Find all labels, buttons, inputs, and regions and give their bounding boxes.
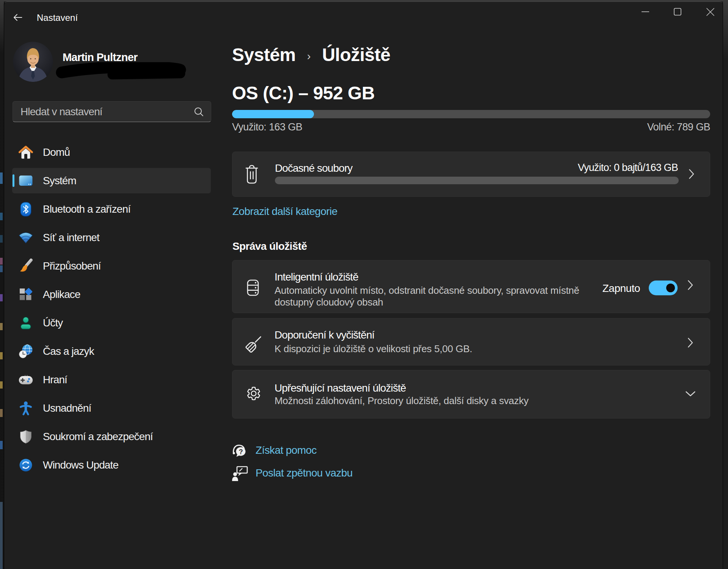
minimize-button[interactable]	[633, 3, 657, 20]
network-icon	[18, 229, 33, 246]
sidebar-item-label: Soukromí a zabezpečení	[43, 431, 153, 443]
sidebar-item-label: Bluetooth a zařízení	[43, 203, 130, 215]
redacted-email-scribble	[55, 62, 187, 81]
sidebar-item-accessibility[interactable]: Usnadnění	[12, 395, 211, 421]
temp-files-card[interactable]: Dočasné soubory Využito: 0 bajtů/163 GB	[232, 152, 710, 197]
desktop-sliver	[0, 294, 3, 301]
time-language-icon	[18, 343, 33, 360]
svg-text:?: ?	[239, 448, 243, 456]
sidebar-nav: DomůSystémBluetooth a zařízeníSíť a inte…	[12, 140, 211, 481]
sidebar-item-accounts[interactable]: Účty	[12, 310, 211, 335]
sidebar-item-home[interactable]: Domů	[12, 140, 211, 165]
sidebar-item-label: Systém	[43, 175, 76, 187]
get-help-label: Získat pomoc	[256, 444, 317, 456]
app-title: Nastavení	[37, 13, 78, 23]
sidebar-item-system[interactable]: Systém	[12, 168, 211, 193]
desktop-sliver	[0, 265, 3, 272]
breadcrumb-parent[interactable]: Systém	[232, 44, 296, 66]
sidebar-item-label: Aplikace	[43, 288, 80, 301]
advanced-storage-card[interactable]: Upřesňující nastavení úložiště Možnosti …	[232, 370, 710, 419]
apps-icon	[18, 286, 33, 303]
search-placeholder: Hledat v nastavení	[20, 106, 193, 118]
sidebar-item-apps[interactable]: Aplikace	[12, 282, 211, 307]
close-button[interactable]	[698, 3, 722, 20]
search-icon	[193, 107, 204, 117]
drive-free-label: Volné: 789 GB	[647, 121, 710, 133]
maximize-icon	[673, 8, 682, 16]
desktop-sliver	[0, 235, 3, 243]
system-icon	[18, 172, 33, 189]
send-feedback-link[interactable]: Poslat zpětnou vazbu	[232, 465, 353, 481]
send-feedback-icon	[232, 465, 248, 481]
toggle-state-label: Zapnuto	[602, 282, 640, 295]
sidebar-item-label: Účty	[43, 317, 63, 329]
settings-window: Nastavení	[4, 2, 723, 569]
chevron-right-icon	[687, 280, 693, 290]
desktop-sliver	[0, 323, 3, 330]
sidebar-item-label: Usnadnění	[43, 402, 91, 414]
desktop-sliver	[0, 441, 3, 449]
accounts-icon	[18, 315, 33, 331]
get-help-link[interactable]: ? Získat pomoc	[232, 443, 317, 458]
bluetooth-icon	[18, 201, 33, 218]
temp-files-bar	[275, 177, 679, 184]
desktop-backdrop-right	[723, 0, 728, 61]
sidebar-item-network[interactable]: Síť a internet	[12, 225, 211, 250]
desktop-sliver	[0, 213, 3, 220]
sidebar-item-label: Přizpůsobení	[43, 260, 101, 272]
minimize-icon	[641, 8, 650, 16]
drive-usage-bar-fill	[232, 110, 314, 118]
drive-title: OS (C:) – 952 GB	[232, 83, 375, 104]
search-input[interactable]: Hledat v nastavení	[13, 101, 211, 122]
windows-update-icon	[18, 457, 33, 473]
sidebar-item-label: Domů	[43, 146, 70, 158]
get-help-icon: ?	[232, 443, 246, 458]
breadcrumb-separator-icon: ›	[307, 48, 311, 63]
section-title: Správa úložiště	[232, 240, 307, 252]
storage-sense-icon	[247, 279, 259, 296]
sidebar-item-gaming[interactable]: Hraní	[12, 367, 211, 392]
maximize-button[interactable]	[665, 3, 690, 20]
sidebar-item-time-language[interactable]: Čas a jazyk	[12, 339, 211, 364]
drive-usage-labels: Využito: 163 GB Volné: 789 GB	[232, 121, 710, 133]
drive-used-label: Využito: 163 GB	[232, 121, 302, 133]
avatar[interactable]	[13, 42, 53, 82]
sidebar-item-bluetooth[interactable]: Bluetooth a zařízení	[12, 196, 211, 222]
advanced-description: Možnosti zálohování, Prostory úložiště, …	[275, 395, 635, 407]
advanced-title: Upřesňující nastavení úložiště	[275, 382, 406, 395]
back-button[interactable]	[9, 9, 26, 26]
gear-icon	[246, 386, 261, 401]
chevron-right-icon	[687, 337, 693, 348]
cleanup-title: Doporučení k vyčištění	[275, 329, 374, 342]
back-arrow-icon	[13, 13, 22, 22]
chevron-down-icon	[685, 391, 696, 397]
storage-sense-title: Inteligentní úložiště	[275, 271, 358, 284]
drive-usage-bar	[232, 110, 710, 118]
personalization-icon	[18, 258, 33, 274]
sidebar-item-label: Čas a jazyk	[43, 345, 94, 357]
sidebar-item-label: Síť a internet	[43, 232, 99, 244]
storage-sense-description: Automaticky uvolnit místo, odstranit doč…	[275, 285, 597, 308]
desktop-backdrop-left	[0, 0, 4, 569]
cleanup-recommendations-card[interactable]: Doporučení k vyčištění K dispozici je úl…	[232, 318, 710, 365]
chevron-right-icon	[689, 169, 695, 179]
trash-icon	[245, 165, 258, 184]
storage-sense-toggle[interactable]	[649, 281, 678, 295]
close-icon	[706, 8, 715, 16]
desktop-sliver	[0, 502, 3, 569]
gaming-icon	[18, 371, 33, 388]
desktop-sliver	[0, 409, 3, 417]
breadcrumb-current: Úložiště	[322, 44, 390, 66]
sidebar-item-windows-update[interactable]: Windows Update	[12, 452, 211, 478]
cleanup-description: K dispozici je úložiště o velikosti přes…	[275, 343, 616, 355]
desktop-sliver	[0, 381, 3, 389]
sidebar-item-personalization[interactable]: Přizpůsobení	[12, 253, 211, 279]
send-feedback-label: Poslat zpětnou vazbu	[256, 467, 353, 479]
show-more-categories-link[interactable]: Zobrazit další kategorie	[232, 205, 337, 218]
sidebar-item-privacy[interactable]: Soukromí a zabezpečení	[12, 424, 211, 449]
storage-sense-card[interactable]: Inteligentní úložiště Automaticky uvolni…	[232, 260, 710, 313]
avatar-portrait	[13, 42, 53, 82]
desktop-sliver	[0, 258, 3, 265]
accessibility-icon	[18, 400, 33, 417]
temp-files-usage: Využito: 0 bajtů/163 GB	[578, 162, 678, 174]
